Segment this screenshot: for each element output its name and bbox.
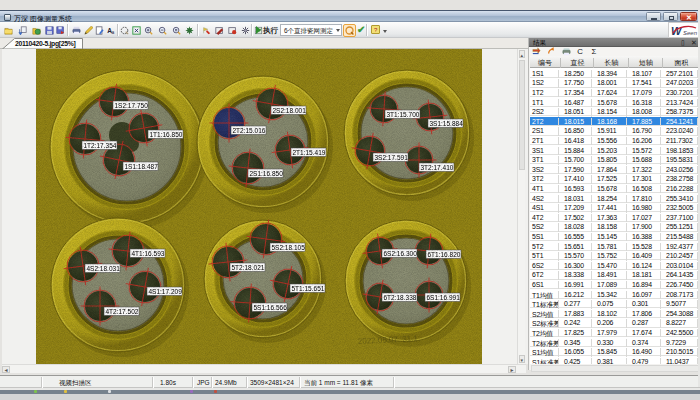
svg-text:Seen: Seen — [683, 30, 698, 36]
svg-text:Σ: Σ — [591, 47, 596, 56]
svg-text:C: C — [577, 47, 583, 56]
svg-text:a: a — [112, 29, 115, 34]
